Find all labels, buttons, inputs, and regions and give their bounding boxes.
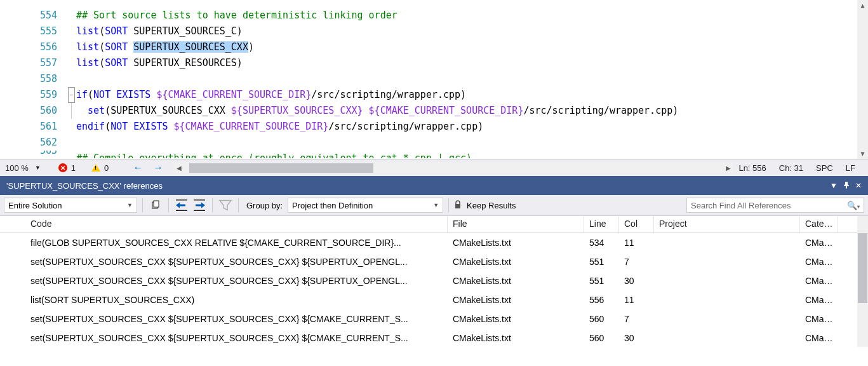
panel-pin-icon[interactable] [843,181,850,191]
status-line-ending[interactable]: LF [846,163,855,173]
warning-count[interactable]: 0 [104,163,109,173]
line-gutter: 554555556557558559560561562563 [0,0,67,159]
col-line[interactable]: Line [584,216,619,233]
references-panel-header: 'SUPERTUX_SOURCES_CXX' references ▼ ✕ [0,176,868,195]
svg-rect-1 [154,201,159,207]
col-category[interactable]: Cate… [800,216,838,233]
references-toolbar: Entire Solution▼ Group by: Project then … [0,195,868,216]
outdent-button[interactable] [174,198,189,213]
results-header[interactable]: Code File Line Col Project Cate… [0,216,868,233]
keep-results-toggle[interactable]: Keep Results [464,201,518,210]
result-row[interactable]: set(SUPERTUX_SOURCES_CXX ${SUPERTUX_SOUR… [0,329,868,347]
scope-dropdown[interactable]: Entire Solution▼ [4,198,137,213]
editor-vertical-scrollbar[interactable]: ▲ ▼ [857,0,868,159]
lock-icon [454,200,462,211]
svg-rect-6 [455,204,460,208]
status-char: Ch: 31 [779,163,803,173]
groupby-dropdown[interactable]: Project then Definition▼ [288,198,443,213]
groupby-label: Group by: [244,201,285,210]
status-line: Ln: 556 [738,163,766,173]
search-icon[interactable]: 🔍▾ [847,201,860,210]
col-code[interactable]: Code [25,216,448,233]
status-whitespace[interactable]: SPC [816,163,833,173]
svg-rect-3 [176,210,187,212]
col-project[interactable]: Project [654,216,800,233]
svg-rect-4 [194,200,205,201]
result-row[interactable]: set(SUPERTUX_SOURCES_CXX ${SUPERTUX_SOUR… [0,271,868,290]
code-content[interactable]: ## Sort source lists to have determinist… [76,0,868,159]
editor-status-bar: 100 %▼ ✕ 1 0 ← → ◀ ▶ Ln: 556 Ch: 31 SPC … [0,159,868,176]
filter-button [218,198,233,213]
search-references-input[interactable]: Search Find All References 🔍▾ [686,198,864,213]
scroll-up-arrow[interactable]: ▲ [857,0,868,11]
panel-dropdown-icon[interactable]: ▼ [830,181,838,191]
fold-column[interactable]: − [67,0,76,159]
error-count[interactable]: 1 [71,163,76,173]
svg-rect-5 [194,210,205,212]
hscroll-left-arrow[interactable]: ◀ [173,165,184,172]
editor-horizontal-scrollbar[interactable]: ◀ ▶ [173,163,733,173]
hscroll-right-arrow[interactable]: ▶ [723,165,733,172]
indent-button[interactable] [192,198,207,213]
references-results: Code File Line Col Project Cate… file(GL… [0,216,868,347]
result-row[interactable]: set(SUPERTUX_SOURCES_CXX ${SUPERTUX_SOUR… [0,309,868,329]
error-icon[interactable]: ✕ [58,163,67,172]
hscroll-thumb[interactable] [189,163,373,173]
col-col[interactable]: Col [619,216,654,233]
scroll-down-arrow[interactable]: ▼ [857,148,868,159]
results-scroll-thumb[interactable] [858,233,867,303]
nav-back-arrow[interactable]: ← [128,162,148,173]
result-row[interactable]: set(SUPERTUX_SOURCES_CXX ${SUPERTUX_SOUR… [0,252,868,271]
copy-button[interactable] [148,198,163,213]
code-editor[interactable]: 554555556557558559560561562563 − ## Sort… [0,0,868,159]
nav-forward-arrow[interactable]: → [148,162,168,173]
panel-close-icon[interactable]: ✕ [855,181,862,191]
panel-title: 'SUPERTUX_SOURCES_CXX' references [6,181,163,191]
warning-icon[interactable] [91,164,100,172]
col-file[interactable]: File [448,216,584,233]
zoom-level[interactable]: 100 %▼ [0,163,46,173]
result-row[interactable]: list(SORT SUPERTUX_SOURCES_CXX) CMakeLis… [0,290,868,309]
svg-rect-2 [176,200,187,201]
results-vertical-scrollbar[interactable] [857,216,868,347]
result-row[interactable]: file(GLOB SUPERTUX_SOURCES_CXX RELATIVE … [0,233,868,252]
